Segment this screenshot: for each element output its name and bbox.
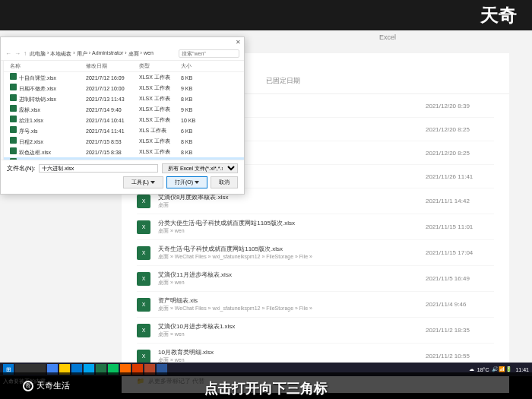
filetype-filter[interactable]: 所有 Excel 文件(*.xl*,*.xlsx): [162, 163, 238, 173]
tray-icons[interactable]: 🔊📶🔋: [492, 366, 512, 372]
file-row[interactable]: 日程2.xlsx2021/7/15 8:53XLSX 工作表8 KB: [4, 136, 244, 147]
breadcrumb-item[interactable]: wen: [144, 50, 154, 58]
dialog-nav: ← → ↑ 此电脑 › 本地磁盘 › 用户 › Administrator › …: [1, 47, 244, 61]
excel-file-icon: X: [137, 298, 150, 312]
forward-icon[interactable]: →: [14, 50, 21, 57]
recent-item[interactable]: X资产明细表.xls桌面 » WeChat Files » wxi_sfatun…: [137, 292, 494, 318]
filename-label: 文件名(N):: [7, 164, 35, 173]
subtitle-caption: 点击打开向下三角标: [204, 379, 328, 397]
file-row[interactable]: 应标.xlsx2021/7/14 9:40XLSX 工作表9 KB: [4, 104, 244, 115]
top-brand-bar: 天奇: [0, 0, 532, 30]
breadcrumb-item[interactable]: 本地磁盘: [50, 50, 71, 58]
file-row[interactable]: 十目白课堂.xlsx2021/7/12 16:09XLSX 工作表8 KB: [4, 72, 244, 83]
excel-titlebar: Excel: [243, 30, 532, 46]
breadcrumb-item[interactable]: Administrator: [92, 50, 123, 58]
excel-file-icon: [10, 158, 17, 160]
excel-file-icon: X: [137, 324, 150, 337]
chevron-down-icon: [150, 181, 155, 184]
back-icon[interactable]: ←: [5, 50, 11, 57]
excel-file-icon: X: [137, 246, 150, 260]
excel-file-icon: [10, 126, 17, 133]
file-row[interactable]: 抬注1.xlsx2021/7/14 10:41XLSX 工作表10 KB: [4, 115, 244, 125]
excel-file-icon: X: [137, 272, 150, 286]
weather-icon[interactable]: ☁: [469, 366, 474, 372]
dialog-footer: 文件名(N): 所有 Excel 文件(*.xl*,*.xlsx) 工具(L) …: [1, 160, 244, 192]
system-tray[interactable]: ☁ 18°C 🔊📶🔋 11:41: [469, 366, 529, 372]
search-input[interactable]: [179, 49, 239, 58]
breadcrumb-item[interactable]: 此电脑: [30, 50, 46, 58]
excel-file-icon: X: [137, 350, 150, 363]
recent-item[interactable]: X艾滴仪10月进步考核表1.xlsx桌面 » wen2021/11/2 18:3…: [137, 318, 494, 344]
up-icon[interactable]: ↑: [24, 50, 27, 57]
recent-item[interactable]: X分类大使生活·电子科技成就百度网站1105版次.xlsx桌面 » wen202…: [137, 214, 494, 240]
cancel-button[interactable]: 取消: [211, 176, 238, 188]
excel-file-icon: [10, 94, 17, 101]
filename-input[interactable]: [39, 164, 158, 173]
breadcrumb-item[interactable]: 桌面: [128, 50, 139, 58]
excel-file-icon: X: [137, 220, 150, 234]
brand-text: 天奇: [480, 3, 517, 27]
excel-file-icon: X: [137, 195, 150, 208]
watermark-logo: 奇 天奇生活: [23, 380, 70, 391]
file-row[interactable]: 双色边框.xlsx2021/7/15 8:38XLSX 工作表8 KB: [4, 147, 244, 157]
excel-file-icon: [10, 116, 17, 122]
file-row[interactable]: 序号.xls2021/7/14 11:41XLS 工作表6 KB: [4, 125, 244, 136]
recent-item[interactable]: X艾滴仪11月进步考核表.xlsx桌面 » wen2021/11/5 16:49: [137, 266, 494, 292]
tools-button[interactable]: 工具(L): [123, 176, 163, 188]
file-open-dialog: ✕ ← → ↑ 此电脑 › 本地磁盘 › 用户 › Administrator …: [0, 36, 245, 195]
recent-item[interactable]: X天奇生活·电子科技成就百度网站1105版次.xlsx桌面 » WeChat F…: [137, 240, 494, 266]
file-row[interactable]: 日期不做差.xlsx2021/7/12 10:00XLSX 工作表9 KB: [4, 83, 244, 93]
open-button[interactable]: 打开(O): [166, 176, 207, 188]
breadcrumb-item[interactable]: 用户: [77, 50, 87, 58]
excel-file-icon: [10, 105, 17, 112]
dialog-titlebar: ✕: [1, 37, 244, 47]
excel-file-icon: [10, 84, 17, 90]
excel-file-icon: [10, 137, 17, 144]
breadcrumb[interactable]: 此电脑 › 本地磁盘 › 用户 › Administrator › 桌面 › w…: [30, 50, 176, 58]
excel-file-icon: [10, 73, 17, 80]
close-icon[interactable]: ✕: [236, 39, 241, 46]
excel-file-icon: [10, 147, 17, 154]
logo-icon: 奇: [23, 381, 33, 391]
chevron-down-icon[interactable]: [195, 181, 199, 184]
file-row[interactable]: 进制转动销.xlsx2021/7/13 11:43XLSX 工作表8 KB: [4, 93, 244, 104]
file-row[interactable]: 十六进制.xlsx2021/7/15 10:49XLSX 工作表8 KB: [4, 157, 244, 160]
file-list: 名称 修改日期 类型 大小 十目白课堂.xlsx2021/7/12 16:09X…: [4, 61, 244, 160]
column-headers[interactable]: 名称 修改日期 类型 大小: [4, 61, 244, 72]
